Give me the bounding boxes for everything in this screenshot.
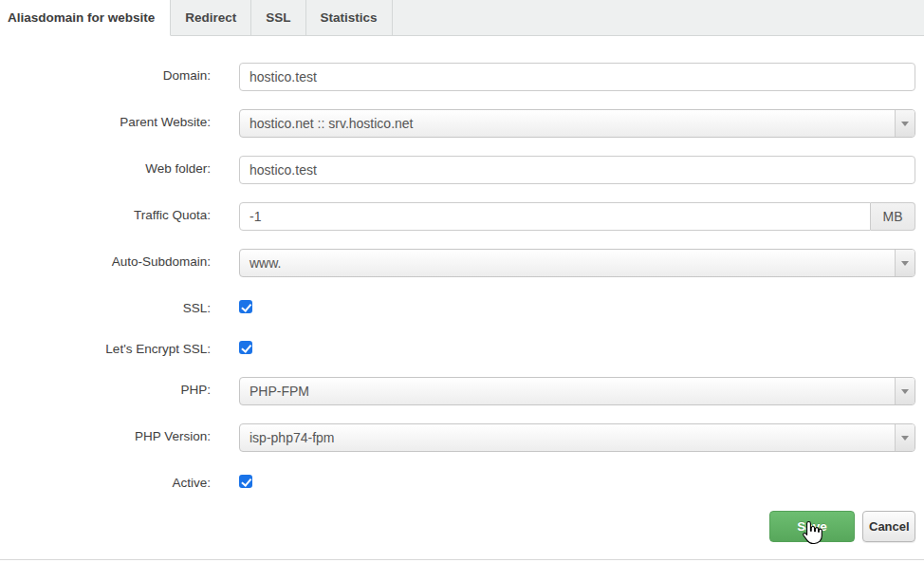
php-select[interactable]: PHP-FPM [239,377,915,405]
lets-encrypt-ssl-checkbox[interactable] [239,341,252,354]
form-row-lets-encrypt-ssl: Let's Encrypt SSL: [0,336,915,359]
php-version-label: PHP Version: [0,423,211,452]
form-row-web-folder: Web folder: [0,156,915,184]
traffic-quota-unit-addon: MB [871,202,915,231]
parent-website-select[interactable]: hostico.net :: srv.hostico.net [239,109,915,138]
aliasdomain-form: Domain: Parent Website: hostico.net :: s… [0,36,924,542]
auto-subdomain-select[interactable]: www. [239,249,915,277]
tab-aliasdomain-for-website[interactable]: Aliasdomain for website [0,0,171,36]
cancel-button[interactable]: Cancel [862,511,915,542]
tab-bar: Aliasdomain for website Redirect SSL Sta… [0,0,924,36]
save-button[interactable]: Save [769,511,855,542]
tab-statistics[interactable]: Statistics [306,0,393,36]
form-actions: Save Cancel [0,511,915,542]
form-row-php-version: PHP Version: isp-php74-fpm [0,423,915,452]
ssl-label: SSL: [0,295,211,318]
web-folder-input[interactable] [239,156,915,184]
chevron-down-icon [895,250,915,276]
auto-subdomain-selected-value: www. [249,255,281,271]
tab-bar-filler [393,0,924,36]
lets-encrypt-ssl-label: Let's Encrypt SSL: [0,336,211,359]
domain-input[interactable] [239,63,915,91]
form-row-traffic-quota: Traffic Quota: MB [0,202,915,231]
form-row-auto-subdomain: Auto-Subdomain: www. [0,249,915,277]
chevron-down-icon [895,424,915,451]
footer-divider [0,559,924,560]
parent-website-selected-value: hostico.net :: srv.hostico.net [249,116,414,131]
chevron-down-icon [895,110,915,137]
auto-subdomain-label: Auto-Subdomain: [0,249,211,277]
php-selected-value: PHP-FPM [249,384,309,399]
chevron-down-icon [895,378,915,404]
parent-website-label: Parent Website: [0,109,211,138]
form-row-php: PHP: PHP-FPM [0,377,915,405]
traffic-quota-input[interactable] [239,202,871,231]
tab-ssl[interactable]: SSL [251,0,305,36]
php-label: PHP: [0,377,211,405]
form-row-ssl: SSL: [0,295,915,318]
active-label: Active: [0,470,211,493]
form-row-active: Active: [0,470,915,493]
domain-label: Domain: [0,63,211,91]
tab-redirect[interactable]: Redirect [171,0,251,36]
traffic-quota-label: Traffic Quota: [0,202,211,231]
php-version-selected-value: isp-php74-fpm [249,430,335,445]
web-folder-label: Web folder: [0,156,211,184]
active-checkbox[interactable] [239,475,252,488]
ssl-checkbox[interactable] [239,300,252,313]
form-row-parent-website: Parent Website: hostico.net :: srv.hosti… [0,109,915,138]
form-row-domain: Domain: [0,63,915,91]
php-version-select[interactable]: isp-php74-fpm [239,423,915,452]
